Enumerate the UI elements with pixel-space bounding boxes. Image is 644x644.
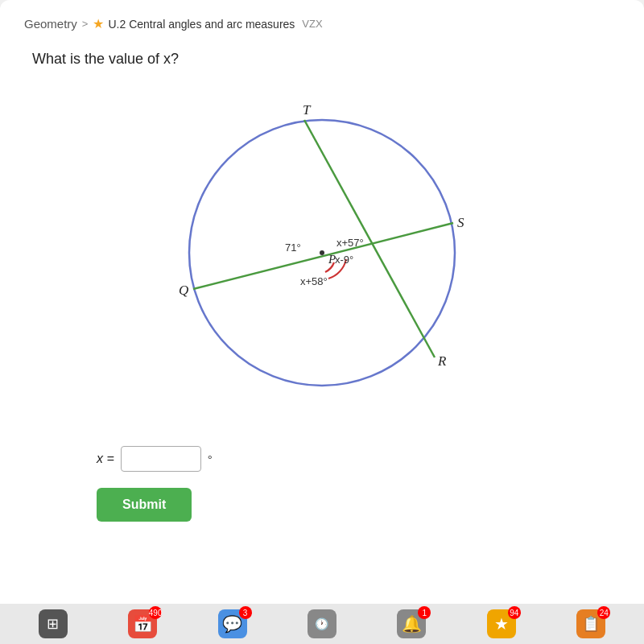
- app2-badge: 94: [508, 606, 521, 619]
- breadcrumb-code: VZX: [302, 18, 322, 30]
- bell-icon: 🔔: [402, 614, 422, 634]
- submit-button[interactable]: Submit: [97, 488, 192, 522]
- breadcrumb-subject: Geometry: [24, 17, 77, 31]
- notification-badge: 1: [418, 606, 431, 619]
- breadcrumb-lesson: ★ U.2 Central angles and arc measures VZ…: [93, 16, 322, 31]
- breadcrumb-lesson-text: U.2 Central angles and arc measures: [108, 18, 295, 31]
- diagram-container: T S Q R P 71° x+57° x-9° x+58°: [24, 84, 620, 422]
- app2-icon: ★: [494, 614, 509, 634]
- messages-icon: 💬: [222, 614, 242, 634]
- taskbar-grid-icon[interactable]: ⊞: [39, 609, 68, 638]
- point-q-label: Q: [179, 283, 188, 298]
- angle-x58-label: x+58°: [300, 275, 328, 287]
- app3-icon: 📋: [582, 615, 600, 633]
- taskbar-calendar-icon[interactable]: 📅 490: [128, 609, 157, 638]
- taskbar-time-icon[interactable]: 🕐: [308, 609, 336, 638]
- messages-badge: 3: [239, 606, 252, 619]
- point-t-label: T: [303, 102, 312, 118]
- breadcrumb: Geometry > ★ U.2 Central angles and arc …: [24, 16, 620, 31]
- star-icon: ★: [93, 16, 104, 31]
- taskbar-messages-icon[interactable]: 💬 3: [218, 609, 247, 638]
- taskbar-notification-icon[interactable]: 🔔 1: [397, 609, 426, 638]
- taskbar-app3-icon[interactable]: 📋 24: [576, 609, 605, 638]
- point-s-label: S: [457, 215, 464, 230]
- taskbar-app2-icon[interactable]: ★ 94: [487, 609, 516, 638]
- main-content: Geometry > ★ U.2 Central angles and arc …: [0, 0, 644, 604]
- point-r-label: R: [437, 353, 447, 369]
- answer-row: x = °: [97, 446, 620, 472]
- calendar-icon: 📅: [133, 614, 153, 634]
- svg-line-2: [304, 120, 435, 357]
- angle-71-label: 71°: [285, 242, 301, 254]
- angle-x90-label: x-9°: [335, 254, 353, 266]
- answer-input[interactable]: [121, 446, 201, 472]
- app3-badge: 24: [597, 606, 610, 619]
- breadcrumb-chevron: >: [82, 18, 89, 30]
- calendar-badge: 490: [149, 606, 162, 619]
- answer-label: x =: [97, 452, 114, 466]
- geometry-diagram: T S Q R P 71° x+57° x-9° x+58°: [153, 92, 491, 414]
- question-title: What is the value of x?: [32, 51, 620, 68]
- taskbar: ⊞ 📅 490 💬 3 🕐 🔔 1 ★ 94 📋 24: [0, 604, 644, 644]
- svg-point-3: [320, 250, 324, 255]
- angle-x57-label: x+57°: [336, 237, 364, 249]
- degree-symbol: °: [208, 452, 213, 466]
